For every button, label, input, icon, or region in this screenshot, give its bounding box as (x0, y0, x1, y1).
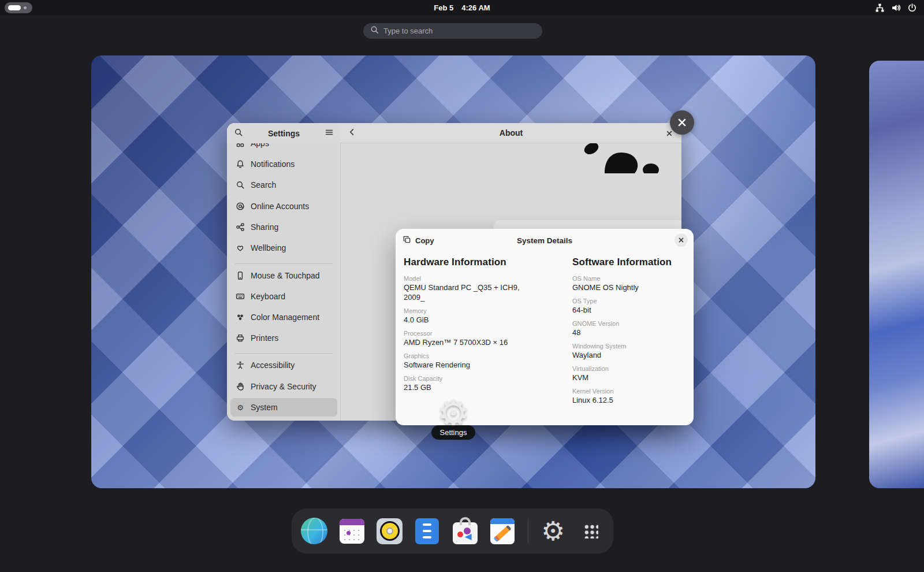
field-label: Kernel Version (572, 388, 705, 395)
search-placeholder: Type to search (383, 27, 433, 35)
files-icon[interactable] (414, 517, 441, 545)
music-icon[interactable] (377, 517, 403, 545)
field-label: OS Type (572, 298, 705, 305)
software-info-section: Software Information OS NameGNOME OS Nig… (572, 257, 705, 410)
text-editor-icon[interactable] (489, 517, 516, 545)
clock[interactable]: Feb 5 4:26 AM (0, 0, 924, 16)
window-app-label-text: Settings (431, 425, 476, 440)
system-status-area[interactable] (875, 0, 917, 16)
software-icon[interactable] (452, 517, 478, 545)
field-label: Model (404, 275, 536, 283)
field-value: GNOME OS Nightly (572, 283, 705, 292)
calendar-icon[interactable] (338, 517, 365, 545)
power-icon (907, 3, 917, 13)
dialog-headerbar: Copy System Details (396, 229, 694, 252)
field-value: AMD Ryzen™ 7 5700X3D × 16 (404, 337, 536, 347)
field-value: 64-bit (572, 305, 705, 315)
hardware-info-section: Hardware Information ModelQEMU Standard … (404, 257, 536, 410)
gnome-overview: Feb 5 4:26 AM (0, 0, 924, 572)
field-label: Memory (404, 307, 536, 315)
field-label: Windowing System (572, 343, 705, 350)
field-value: Software Rendering (404, 360, 536, 370)
dock: ⚙ (292, 508, 613, 554)
field-label: Graphics (404, 352, 536, 360)
workspace-preview[interactable]: Apps Notifications Search Online Account… (91, 55, 815, 488)
field-value: KVM (572, 373, 705, 382)
field-label: GNOME Version (572, 320, 705, 328)
time-label: 4:26 AM (461, 3, 490, 12)
software-info-title: Software Information (572, 257, 705, 268)
volume-icon (891, 3, 901, 13)
window-app-label: Settings (91, 425, 815, 440)
settings-icon[interactable]: ⚙ (539, 517, 566, 545)
dialog-close-button[interactable] (675, 233, 688, 247)
preview-close-button[interactable] (670, 110, 694, 135)
dock-separator (528, 518, 528, 544)
field-value: 48 (572, 328, 705, 337)
web-browser-icon[interactable] (301, 517, 327, 545)
dialog-title: System Details (396, 236, 694, 245)
field-value: Linux 6.12.5 (572, 395, 705, 405)
search-input[interactable]: Type to search (363, 23, 542, 39)
top-bar: Feb 5 4:26 AM (0, 0, 924, 16)
field-value: Wayland (572, 350, 705, 360)
field-value: 4.0 GiB (404, 315, 536, 325)
app-grid-icon[interactable] (578, 517, 604, 545)
field-label: Processor (404, 330, 536, 337)
field-label: Disk Capacity (404, 375, 536, 382)
hardware-info-title: Hardware Information (404, 257, 536, 268)
field-label: Virtualization (572, 365, 705, 373)
network-wired-icon (875, 3, 885, 13)
search-icon (370, 25, 379, 36)
field-value: 21.5 GB (404, 382, 536, 392)
workspace-preview-next[interactable] (869, 61, 924, 488)
date-label: Feb 5 (434, 3, 453, 12)
field-label: OS Name (572, 275, 705, 283)
field-value: QEMU Standard PC _Q35 + ICH9, 2009_ (404, 283, 536, 302)
